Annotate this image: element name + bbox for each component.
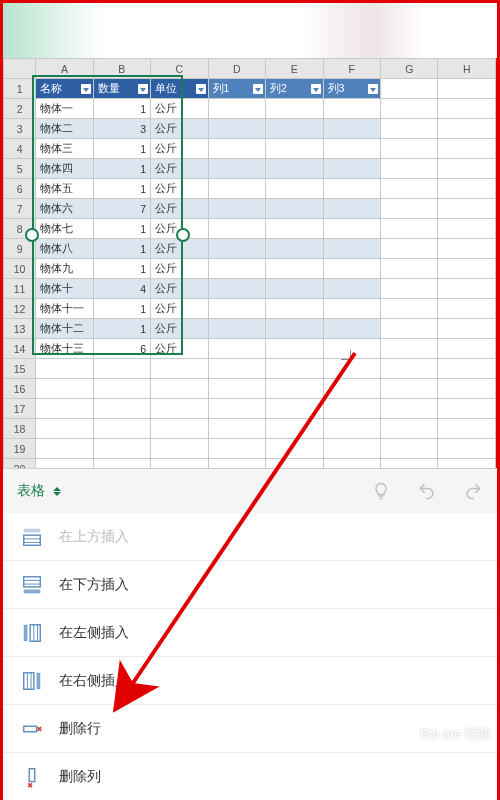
- cell-10-H[interactable]: [438, 259, 496, 279]
- cell-20-F[interactable]: [323, 459, 380, 469]
- cell-12-A[interactable]: 物体十一: [36, 299, 93, 319]
- cell-3-A[interactable]: 物体二: [36, 119, 93, 139]
- cell-15-B[interactable]: [93, 359, 150, 379]
- cell-17-H[interactable]: [438, 399, 496, 419]
- cell-13-F[interactable]: [323, 319, 380, 339]
- cell-17-D[interactable]: [208, 399, 265, 419]
- cell-3-E[interactable]: [266, 119, 323, 139]
- cell-11-B[interactable]: 4: [93, 279, 150, 299]
- table-header-D[interactable]: 列1: [208, 79, 265, 99]
- cell-11-H[interactable]: [438, 279, 496, 299]
- cell-12-D[interactable]: [208, 299, 265, 319]
- cell-6-G[interactable]: [380, 179, 437, 199]
- menu-item-insert-right[interactable]: 在右侧插入: [3, 657, 497, 705]
- cell-13-D[interactable]: [208, 319, 265, 339]
- cell-11-E[interactable]: [266, 279, 323, 299]
- cell-1-H[interactable]: [438, 79, 496, 99]
- row-header-17[interactable]: 17: [4, 399, 36, 419]
- cell-16-D[interactable]: [208, 379, 265, 399]
- cell-15-G[interactable]: [380, 359, 437, 379]
- spreadsheet-area[interactable]: ABCDEFGH1名称数量单位列1列2列32物体一1公斤3物体二3公斤4物体三1…: [3, 58, 497, 468]
- cell-4-C[interactable]: 公斤: [151, 139, 208, 159]
- row-header-2[interactable]: 2: [4, 99, 36, 119]
- col-header-E[interactable]: E: [266, 59, 323, 79]
- cell-3-C[interactable]: 公斤: [151, 119, 208, 139]
- cell-11-G[interactable]: [380, 279, 437, 299]
- cell-15-H[interactable]: [438, 359, 496, 379]
- cell-8-H[interactable]: [438, 219, 496, 239]
- cell-10-G[interactable]: [380, 259, 437, 279]
- cell-17-A[interactable]: [36, 399, 93, 419]
- col-header-F[interactable]: F: [323, 59, 380, 79]
- cell-7-G[interactable]: [380, 199, 437, 219]
- col-header-B[interactable]: B: [93, 59, 150, 79]
- cell-16-H[interactable]: [438, 379, 496, 399]
- cell-11-C[interactable]: 公斤: [151, 279, 208, 299]
- cell-12-H[interactable]: [438, 299, 496, 319]
- cell-20-B[interactable]: [93, 459, 150, 469]
- row-header-7[interactable]: 7: [4, 199, 36, 219]
- cell-2-E[interactable]: [266, 99, 323, 119]
- row-header-18[interactable]: 18: [4, 419, 36, 439]
- cell-2-A[interactable]: 物体一: [36, 99, 93, 119]
- cell-8-E[interactable]: [266, 219, 323, 239]
- filter-icon[interactable]: [138, 84, 148, 94]
- row-header-19[interactable]: 19: [4, 439, 36, 459]
- cell-5-E[interactable]: [266, 159, 323, 179]
- cell-10-F[interactable]: [323, 259, 380, 279]
- row-header-3[interactable]: 3: [4, 119, 36, 139]
- table-header-E[interactable]: 列2: [266, 79, 323, 99]
- cell-3-B[interactable]: 3: [93, 119, 150, 139]
- cell-17-G[interactable]: [380, 399, 437, 419]
- cell-12-E[interactable]: [266, 299, 323, 319]
- cell-16-F[interactable]: [323, 379, 380, 399]
- cell-4-H[interactable]: [438, 139, 496, 159]
- cell-15-F[interactable]: [323, 359, 380, 379]
- col-header-C[interactable]: C: [151, 59, 208, 79]
- cell-10-A[interactable]: 物体九: [36, 259, 93, 279]
- cell-9-H[interactable]: [438, 239, 496, 259]
- cell-1-G[interactable]: [380, 79, 437, 99]
- cell-19-E[interactable]: [266, 439, 323, 459]
- cell-12-C[interactable]: 公斤: [151, 299, 208, 319]
- row-header-13[interactable]: 13: [4, 319, 36, 339]
- table-header-A[interactable]: 名称: [36, 79, 93, 99]
- cell-14-C[interactable]: 公斤: [151, 339, 208, 359]
- table-header-C[interactable]: 单位: [151, 79, 208, 99]
- table-header-F[interactable]: 列3: [323, 79, 380, 99]
- cell-11-A[interactable]: 物体十: [36, 279, 93, 299]
- row-header-20[interactable]: 20: [4, 459, 36, 469]
- cell-9-F[interactable]: [323, 239, 380, 259]
- cell-18-G[interactable]: [380, 419, 437, 439]
- cell-6-D[interactable]: [208, 179, 265, 199]
- cell-6-E[interactable]: [266, 179, 323, 199]
- cell-13-E[interactable]: [266, 319, 323, 339]
- cell-10-D[interactable]: [208, 259, 265, 279]
- cell-2-G[interactable]: [380, 99, 437, 119]
- cell-20-G[interactable]: [380, 459, 437, 469]
- row-header-10[interactable]: 10: [4, 259, 36, 279]
- menu-item-insert-left[interactable]: 在左侧插入: [3, 609, 497, 657]
- cell-4-F[interactable]: [323, 139, 380, 159]
- cell-6-A[interactable]: 物体五: [36, 179, 93, 199]
- cell-15-D[interactable]: [208, 359, 265, 379]
- cell-3-D[interactable]: [208, 119, 265, 139]
- panel-title[interactable]: 表格: [17, 482, 45, 500]
- filter-icon[interactable]: [81, 84, 91, 94]
- cell-13-H[interactable]: [438, 319, 496, 339]
- cell-13-G[interactable]: [380, 319, 437, 339]
- col-header-D[interactable]: D: [208, 59, 265, 79]
- cell-16-B[interactable]: [93, 379, 150, 399]
- cell-10-B[interactable]: 1: [93, 259, 150, 279]
- select-all-cell[interactable]: [4, 59, 36, 79]
- cell-20-C[interactable]: [151, 459, 208, 469]
- cell-16-A[interactable]: [36, 379, 93, 399]
- cell-14-B[interactable]: 6: [93, 339, 150, 359]
- cell-12-F[interactable]: [323, 299, 380, 319]
- cell-5-B[interactable]: 1: [93, 159, 150, 179]
- cell-16-G[interactable]: [380, 379, 437, 399]
- cell-2-C[interactable]: 公斤: [151, 99, 208, 119]
- cell-8-A[interactable]: 物体七: [36, 219, 93, 239]
- row-header-14[interactable]: 14: [4, 339, 36, 359]
- row-header-4[interactable]: 4: [4, 139, 36, 159]
